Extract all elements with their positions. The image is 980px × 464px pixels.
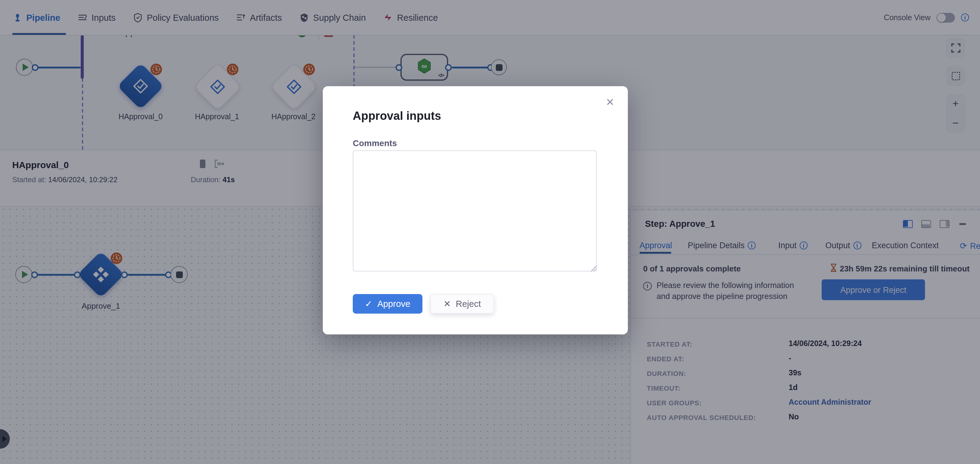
x-icon: ✕ — [444, 299, 451, 309]
app-root: — HApproval 0 0 HApproval_0 — [0, 0, 980, 464]
modal-title: Approval inputs — [353, 110, 441, 123]
comments-label: Comments — [353, 138, 397, 148]
approve-label: Approve — [377, 299, 410, 309]
check-icon: ✓ — [365, 299, 372, 309]
close-icon[interactable]: ✕ — [606, 97, 615, 108]
approval-inputs-modal: ✕ Approval inputs Comments ✓ Approve ✕ R… — [323, 86, 628, 334]
comments-input[interactable] — [353, 150, 597, 272]
approve-button[interactable]: ✓ Approve — [353, 294, 422, 314]
textarea-resize-grip[interactable] — [590, 265, 597, 272]
reject-button[interactable]: ✕ Reject — [430, 294, 494, 314]
reject-label: Reject — [456, 299, 481, 309]
